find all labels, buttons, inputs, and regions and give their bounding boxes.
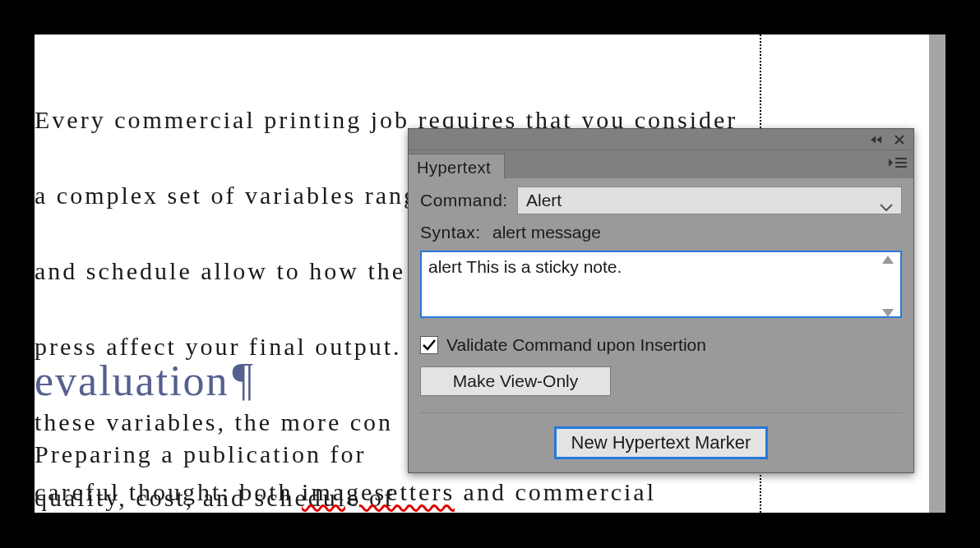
svg-rect-0 — [895, 158, 907, 159]
validate-checkbox-row: Validate Command upon Insertion — [420, 335, 902, 355]
make-view-only-label: Make View-Only — [453, 371, 579, 390]
panel-body: Command: Alert Syntax: alert message — [409, 178, 913, 472]
hypertext-panel: Hypertext Command: Alert Syntax: alert m… — [408, 128, 914, 473]
command-textarea[interactable] — [420, 251, 902, 318]
panel-tabbar: Hypertext — [409, 150, 913, 178]
para1-line3: and schedule allow to how the — [35, 257, 405, 284]
para2-line2b: and commercial — [455, 478, 656, 505]
pilcrow-icon: ¶ — [233, 354, 255, 405]
collapse-icon[interactable] — [871, 134, 882, 145]
tab-hypertext[interactable]: Hypertext — [409, 154, 505, 178]
new-hypertext-marker-button[interactable]: New Hypertext Marker — [554, 426, 769, 459]
panel-titlebar[interactable] — [409, 129, 913, 150]
svg-rect-1 — [895, 162, 907, 163]
primary-button-row: New Hypertext Marker — [420, 426, 902, 459]
tab-label: Hypertext — [417, 159, 491, 177]
svg-rect-2 — [895, 166, 907, 168]
syntax-row: Syntax: alert message — [420, 223, 902, 242]
command-textarea-wrapper — [420, 251, 902, 322]
section-heading[interactable]: evaluation¶ — [35, 353, 255, 406]
command-label: Command: — [420, 191, 509, 210]
para2-line1: Preparing a publication for — [35, 440, 366, 467]
command-row: Command: Alert — [420, 187, 902, 214]
panel-separator — [420, 412, 902, 413]
misspelled-word[interactable]: imagesetters — [302, 478, 455, 505]
validate-label: Validate Command upon Insertion — [446, 335, 706, 355]
heading-text: evaluation — [35, 357, 229, 404]
validate-checkbox[interactable] — [420, 336, 438, 354]
panel-menu-icon[interactable] — [889, 155, 907, 170]
para2-line2a: careful thought: both — [35, 478, 302, 505]
primary-button-label: New Hypertext Marker — [571, 432, 751, 453]
command-dropdown[interactable]: Alert — [517, 187, 902, 214]
syntax-label: Syntax: — [420, 223, 484, 242]
vertical-scrollbar[interactable] — [929, 35, 945, 513]
command-dropdown-value: Alert — [526, 191, 562, 210]
syntax-value: alert message — [492, 223, 601, 242]
chevron-down-icon — [880, 196, 893, 205]
para1-line5: these variables, the more con — [35, 408, 393, 435]
make-view-only-button[interactable]: Make View-Only — [420, 366, 611, 396]
close-icon[interactable] — [894, 134, 905, 145]
